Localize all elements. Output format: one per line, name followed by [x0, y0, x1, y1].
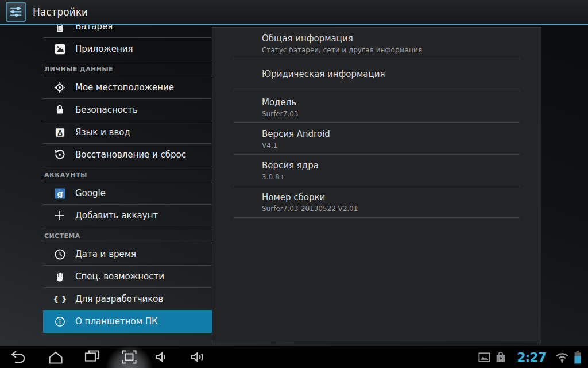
- detail-item-title: Номер сборки: [262, 192, 520, 202]
- battery-icon: [52, 25, 67, 34]
- sidebar-item-language[interactable]: A Язык и ввод: [43, 121, 212, 144]
- detail-item[interactable]: Номер сборки Surfer7.03-20130522-V2.01: [234, 186, 520, 218]
- detail-item-title: Юридическая информация: [262, 69, 520, 79]
- nav-back-button[interactable]: [9, 348, 28, 366]
- sidebar-item-developer[interactable]: { } Для разработчиков: [43, 288, 212, 310]
- android-settings-screen: Настройки Батарея Приложения ЛИЧНЫЕ ДАНН…: [0, 0, 588, 368]
- sidebar-item-label: Мое местоположение: [75, 82, 174, 93]
- nav-volume-down-button[interactable]: [153, 348, 172, 366]
- detail-item-subtitle: V4.1: [262, 141, 520, 150]
- detail-item-subtitle: 3.0.8+: [262, 173, 520, 181]
- sidebar-section-header: АККАУНТЫ: [43, 166, 212, 182]
- detail-item[interactable]: Версия Android V4.1: [234, 123, 520, 155]
- sidebar-item-backup-reset[interactable]: Восстановление и сброс: [43, 144, 212, 166]
- settings-sidebar: Батарея Приложения ЛИЧНЫЕ ДАННЫЕ Мое мес…: [43, 25, 212, 333]
- sidebar-item-label: Добавить аккаунт: [75, 210, 158, 221]
- sidebar-item-location[interactable]: Мое местоположение: [43, 76, 212, 99]
- nav-recent-apps-button[interactable]: [83, 348, 101, 366]
- sidebar-item-lock[interactable]: Безопасность: [43, 99, 212, 121]
- sidebar-item-google[interactable]: g Google: [43, 182, 212, 205]
- sidebar-item-label: Google: [75, 188, 106, 198]
- apps-icon: [52, 41, 67, 56]
- svg-text:A: A: [57, 128, 63, 135]
- accessibility-icon: [52, 269, 67, 284]
- sidebar-item-apps[interactable]: Приложения: [43, 38, 212, 60]
- nav-volume-up-button[interactable]: [189, 348, 208, 366]
- sidebar-item-label: Безопасность: [75, 105, 138, 115]
- google-icon: g: [52, 186, 67, 201]
- detail-item-subtitle: Surfer7.03: [262, 110, 520, 118]
- nav-screenshot-button[interactable]: [120, 348, 138, 366]
- detail-item[interactable]: Общая информация Статус батареи, сети и …: [234, 28, 520, 59]
- sidebar-item-add[interactable]: Добавить аккаунт: [43, 205, 212, 227]
- detail-item-title: Модель: [262, 97, 520, 108]
- sidebar-item-clock[interactable]: Дата и время: [43, 243, 212, 266]
- clock-icon: [52, 247, 67, 262]
- system-nav-bar: 2:27: [0, 346, 588, 368]
- sidebar-item-battery[interactable]: Батарея: [43, 25, 212, 38]
- settings-sliders-icon: [6, 2, 26, 22]
- svg-text:g: g: [57, 189, 63, 198]
- nav-home-button[interactable]: [47, 348, 65, 366]
- sidebar-item-label: Дата и время: [75, 249, 136, 259]
- developer-icon: { }: [52, 292, 67, 306]
- sidebar-item-label: Для разработчиков: [75, 294, 163, 304]
- lock-icon: [52, 102, 67, 117]
- sidebar-item-label: Спец. возможности: [75, 271, 164, 282]
- backup-reset-icon: [52, 147, 67, 162]
- sidebar-item-label: Восстановление и сброс: [75, 150, 186, 160]
- sidebar-item-label: Батарея: [75, 25, 113, 32]
- wifi-icon: [555, 350, 570, 365]
- svg-text:{ }: { }: [53, 294, 67, 304]
- sidebar-section-header: ЛИЧНЫЕ ДАННЫЕ: [43, 60, 212, 76]
- detail-item[interactable]: Версия ядра 3.0.8+: [234, 155, 520, 186]
- battery-status-icon: [572, 350, 583, 365]
- sidebar-section-header: СИСТЕМА: [43, 227, 212, 243]
- screenshot-notification-icon[interactable]: [478, 351, 491, 364]
- page-title: Настройки: [33, 6, 88, 18]
- detail-item[interactable]: Юридическая информация: [234, 59, 520, 91]
- status-clock[interactable]: 2:27: [517, 350, 546, 365]
- detail-item-title: Общая информация: [262, 33, 520, 44]
- sidebar-item-label: О планшетном ПК: [75, 316, 158, 327]
- detail-item-subtitle: Surfer7.03-20130522-V2.01: [262, 205, 520, 213]
- sidebar-item-label: Язык и ввод: [75, 127, 130, 137]
- sidebar-item-accessibility[interactable]: Спец. возможности: [43, 266, 212, 288]
- status-area: 2:27: [478, 346, 583, 368]
- detail-item-title: Версия ядра: [262, 160, 520, 171]
- play-store-notification-icon[interactable]: [494, 351, 507, 363]
- detail-item[interactable]: Модель Surfer7.03: [234, 91, 520, 123]
- sidebar-item-label: Приложения: [75, 44, 133, 54]
- sidebar-item-info[interactable]: О планшетном ПК: [43, 310, 212, 333]
- action-bar: Настройки: [0, 0, 588, 25]
- about-tablet-panel: Общая информация Статус батареи, сети и …: [212, 27, 541, 343]
- language-icon: A: [52, 125, 67, 140]
- info-icon: [52, 314, 67, 329]
- location-icon: [52, 80, 67, 95]
- detail-item-title: Версия Android: [262, 129, 520, 139]
- detail-item-subtitle: Статус батареи, сети и другая информация: [262, 46, 520, 54]
- add-icon: [52, 208, 67, 223]
